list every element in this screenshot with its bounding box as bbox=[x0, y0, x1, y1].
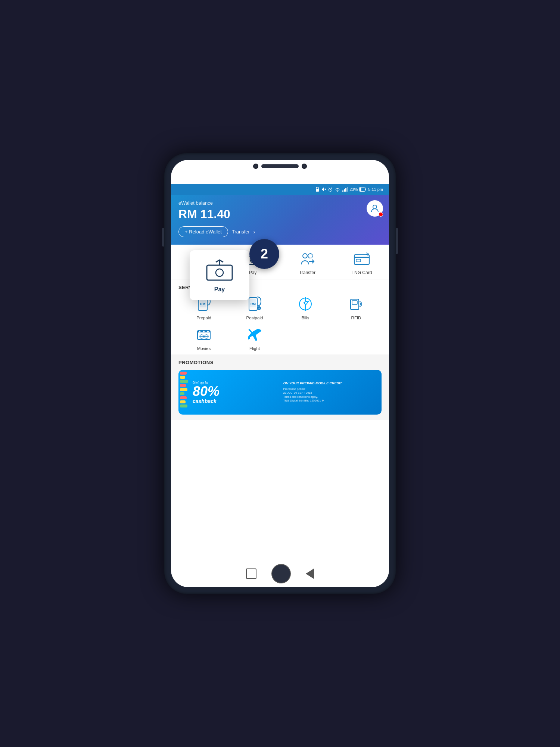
svg-point-8 bbox=[337, 191, 338, 192]
svg-text:+: + bbox=[258, 307, 260, 310]
services-grid: RM Prepaid bbox=[178, 295, 382, 351]
movies-label: Movies bbox=[197, 346, 211, 351]
pay-popup-label: Pay bbox=[214, 286, 225, 293]
promo-banner[interactable]: Get up to 80% cashback ON YOUR PREPAID M… bbox=[178, 370, 382, 415]
transfer-icon bbox=[297, 250, 318, 268]
wallet-header: eWallet balance RM 11.40 + Reload eWalle… bbox=[171, 195, 389, 245]
promo-percentage: 80% bbox=[193, 385, 277, 398]
promotions-section: PROMOTIONS bbox=[171, 354, 389, 420]
promo-subtitle: ON YOUR PREPAID MOBILE CREDIT bbox=[283, 381, 379, 386]
bills-label: Bills bbox=[301, 316, 309, 320]
promotions-title: PROMOTIONS bbox=[178, 360, 382, 365]
pay-label: Pay bbox=[249, 270, 257, 275]
promo-cashback: cashback bbox=[193, 398, 277, 404]
svg-point-47 bbox=[199, 331, 200, 332]
pay-popup-icon bbox=[205, 258, 234, 282]
app-screen: 23% 5:11 pm eWallet balance RM 11.40 + R… bbox=[171, 184, 389, 550]
flight-icon bbox=[245, 325, 264, 344]
svg-rect-14 bbox=[360, 188, 361, 191]
action-item-tng-card[interactable]: TNG Card bbox=[335, 250, 389, 275]
svg-text:RM: RM bbox=[251, 302, 256, 306]
status-bar: 23% 5:11 pm bbox=[171, 184, 389, 195]
svg-point-54 bbox=[216, 269, 223, 276]
status-icons: 23% 5:11 pm bbox=[315, 187, 383, 192]
svg-rect-44 bbox=[352, 301, 357, 304]
postpaid-label: Postpaid bbox=[246, 316, 263, 320]
rfid-label: RFID bbox=[351, 316, 361, 320]
phone-frame: 23% 5:11 pm eWallet balance RM 11.40 + R… bbox=[164, 153, 396, 594]
rfid-icon bbox=[347, 295, 365, 313]
promo-left: Get up to 80% cashback bbox=[189, 377, 280, 408]
svg-rect-33 bbox=[356, 259, 361, 262]
svg-rect-9 bbox=[342, 190, 343, 192]
profile-icon[interactable] bbox=[367, 200, 383, 217]
promo-bars bbox=[178, 370, 190, 415]
balance-label: eWallet balance bbox=[178, 200, 382, 206]
status-time: 5:11 pm bbox=[368, 187, 383, 192]
service-item-rfid[interactable]: RFID bbox=[331, 295, 382, 320]
promo-right: ON YOUR PREPAID MOBILE CREDIT Promotion … bbox=[280, 378, 382, 406]
phone-bottom-nav bbox=[246, 564, 314, 583]
svg-rect-53 bbox=[207, 265, 232, 280]
pay-popup[interactable]: Pay bbox=[190, 250, 249, 300]
movies-icon bbox=[195, 325, 213, 344]
balance-amount: RM 11.40 bbox=[178, 207, 382, 221]
service-item-movies[interactable]: Movies bbox=[178, 325, 229, 351]
service-item-bills[interactable]: Bills bbox=[280, 295, 331, 320]
transfer-label: Transfer bbox=[299, 270, 315, 275]
svg-rect-10 bbox=[344, 189, 345, 192]
chevron-icon: › bbox=[253, 229, 255, 235]
step-indicator: 2 bbox=[249, 239, 279, 269]
bills-icon bbox=[296, 295, 315, 313]
promo-detail: Promotion period: 23 JUL- 30 SEPT 2018 T… bbox=[283, 387, 379, 403]
recents-button[interactable] bbox=[246, 568, 256, 579]
profile-badge bbox=[379, 212, 383, 217]
battery-percent: 23% bbox=[349, 187, 358, 192]
svg-rect-31 bbox=[354, 255, 369, 264]
svg-text:RM: RM bbox=[200, 302, 205, 306]
back-button[interactable] bbox=[306, 568, 314, 579]
promo-company: TNG Digital Sdn Bhd 1256651-M bbox=[283, 399, 324, 402]
svg-point-49 bbox=[203, 331, 205, 332]
svg-rect-12 bbox=[347, 187, 348, 192]
speaker-grille bbox=[261, 164, 299, 168]
service-item-flight[interactable]: Flight bbox=[229, 325, 280, 351]
promo-terms: Terms and conditions apply. bbox=[283, 395, 318, 399]
svg-point-28 bbox=[303, 254, 307, 258]
action-item-transfer[interactable]: Transfer bbox=[280, 250, 335, 275]
svg-point-29 bbox=[308, 254, 312, 258]
svg-point-15 bbox=[373, 205, 377, 209]
header-actions: + Reload eWallet Transfer › bbox=[178, 226, 382, 237]
reload-button[interactable]: + Reload eWallet bbox=[178, 226, 228, 237]
phone-sensors bbox=[253, 164, 307, 169]
svg-rect-0 bbox=[316, 189, 319, 192]
phone-screen: 23% 5:11 pm eWallet balance RM 11.40 + R… bbox=[171, 160, 389, 587]
power-button bbox=[396, 228, 398, 254]
transfer-button[interactable]: Transfer bbox=[232, 229, 250, 235]
promo-dates: 23 JUL- 30 SEPT 2018 bbox=[283, 391, 312, 394]
flight-label: Flight bbox=[249, 346, 260, 351]
step-number: 2 bbox=[261, 246, 268, 262]
prepaid-label: Prepaid bbox=[196, 316, 211, 320]
svg-line-7 bbox=[332, 187, 332, 188]
front-camera bbox=[253, 164, 258, 169]
svg-line-6 bbox=[329, 187, 329, 188]
tng-card-icon bbox=[351, 250, 372, 268]
svg-point-48 bbox=[207, 331, 209, 332]
svg-rect-11 bbox=[345, 188, 346, 192]
promo-period: Promotion period: bbox=[283, 387, 305, 391]
volume-button bbox=[162, 228, 164, 247]
home-button[interactable] bbox=[271, 564, 291, 583]
tng-card-label: TNG Card bbox=[352, 270, 372, 275]
sensor bbox=[302, 164, 307, 169]
